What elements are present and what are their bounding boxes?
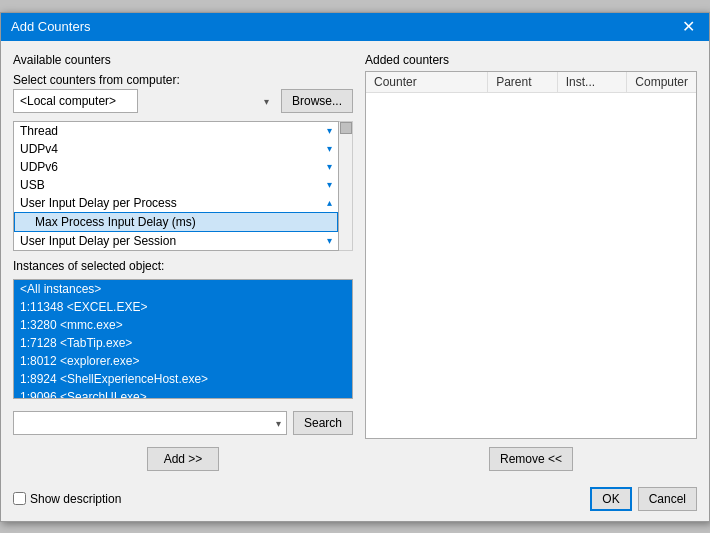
counters-list: Thread ▾ UDPv4 ▾ UDPv6 ▾ USB ▾ — [13, 121, 339, 251]
counter-user-input-delay-arrow: ▴ — [327, 197, 332, 208]
counter-user-input-delay-session[interactable]: User Input Delay per Session ▾ — [14, 232, 338, 250]
computer-select-wrapper: <Local computer> — [13, 89, 275, 113]
scrollbar[interactable] — [339, 121, 353, 251]
computer-select[interactable]: <Local computer> — [13, 89, 138, 113]
added-counters-label: Added counters — [365, 53, 697, 67]
counter-udpv6-label: UDPv6 — [20, 160, 58, 174]
instance-3280[interactable]: 1:3280 <mmc.exe> — [14, 316, 352, 334]
browse-button[interactable]: Browse... — [281, 89, 353, 113]
counter-udpv6[interactable]: UDPv6 ▾ — [14, 158, 338, 176]
col-computer: Computer — [627, 72, 696, 92]
counter-usb-label: USB — [20, 178, 45, 192]
added-counters-header: Counter Parent Inst... Computer — [366, 72, 696, 93]
counter-max-process-input-label: Max Process Input Delay (ms) — [35, 215, 196, 229]
counter-user-input-delay-label: User Input Delay per Process — [20, 196, 177, 210]
instances-list: <All instances> 1:11348 <EXCEL.EXE> 1:32… — [13, 279, 353, 399]
counter-usb-arrow: ▾ — [327, 179, 332, 190]
select-computer-label: Select counters from computer: — [13, 73, 353, 87]
counter-thread-label: Thread — [20, 124, 58, 138]
col-inst: Inst... — [558, 72, 628, 92]
show-description-text: Show description — [30, 492, 121, 506]
instance-all[interactable]: <All instances> — [14, 280, 352, 298]
instances-label: Instances of selected object: — [13, 259, 353, 273]
add-counters-dialog: Add Counters ✕ Available counters Select… — [0, 12, 710, 522]
right-panel: Added counters Counter Parent Inst... Co… — [365, 53, 697, 471]
instance-8012[interactable]: 1:8012 <explorer.exe> — [14, 352, 352, 370]
search-input-wrapper — [13, 411, 287, 435]
search-input[interactable] — [13, 411, 287, 435]
instances-section: Instances of selected object: <All insta… — [13, 259, 353, 399]
scroll-thumb — [340, 122, 352, 134]
available-counters-section: Available counters Select counters from … — [13, 53, 353, 113]
counter-thread-arrow: ▾ — [327, 125, 332, 136]
counter-user-input-delay-session-label: User Input Delay per Session — [20, 234, 176, 248]
computer-row: <Local computer> Browse... — [13, 89, 353, 113]
added-counters-box: Counter Parent Inst... Computer — [365, 71, 697, 439]
footer: Show description OK Cancel — [1, 483, 709, 521]
counter-usb[interactable]: USB ▾ — [14, 176, 338, 194]
ok-button[interactable]: OK — [590, 487, 631, 511]
remove-btn-row: Remove << — [365, 447, 697, 471]
counter-user-input-delay[interactable]: User Input Delay per Process ▴ — [14, 194, 338, 212]
counter-udpv6-arrow: ▾ — [327, 161, 332, 172]
col-parent: Parent — [488, 72, 558, 92]
counters-list-wrap: Thread ▾ UDPv4 ▾ UDPv6 ▾ USB ▾ — [13, 121, 353, 251]
counter-vfp-port[interactable]: VFP Port Average Inbound Network Traffic… — [14, 250, 338, 251]
instance-11348[interactable]: 1:11348 <EXCEL.EXE> — [14, 298, 352, 316]
left-panel: Available counters Select counters from … — [13, 53, 353, 471]
add-row: Add >> — [13, 447, 353, 471]
available-counters-label: Available counters — [13, 53, 353, 67]
remove-button[interactable]: Remove << — [489, 447, 573, 471]
dialog-title: Add Counters — [11, 19, 91, 34]
counter-user-input-delay-session-arrow: ▾ — [327, 235, 332, 246]
ok-cancel-buttons: OK Cancel — [590, 487, 697, 511]
counter-udpv4-arrow: ▾ — [327, 143, 332, 154]
instance-7128[interactable]: 1:7128 <TabTip.exe> — [14, 334, 352, 352]
search-button[interactable]: Search — [293, 411, 353, 435]
counter-udpv4[interactable]: UDPv4 ▾ — [14, 140, 338, 158]
counter-thread[interactable]: Thread ▾ — [14, 122, 338, 140]
title-bar: Add Counters ✕ — [1, 13, 709, 41]
instance-9096[interactable]: 1:9096 <SearchUI.exe> — [14, 388, 352, 399]
show-description-checkbox[interactable] — [13, 492, 26, 505]
instance-8924[interactable]: 1:8924 <ShellExperienceHost.exe> — [14, 370, 352, 388]
counter-max-process-input[interactable]: Max Process Input Delay (ms) — [14, 212, 338, 232]
counter-udpv4-label: UDPv4 — [20, 142, 58, 156]
show-description-label[interactable]: Show description — [13, 492, 121, 506]
cancel-button[interactable]: Cancel — [638, 487, 697, 511]
col-counter: Counter — [366, 72, 488, 92]
add-button[interactable]: Add >> — [147, 447, 220, 471]
dialog-body: Available counters Select counters from … — [1, 41, 709, 483]
search-row: Search — [13, 411, 353, 435]
close-button[interactable]: ✕ — [678, 19, 699, 35]
